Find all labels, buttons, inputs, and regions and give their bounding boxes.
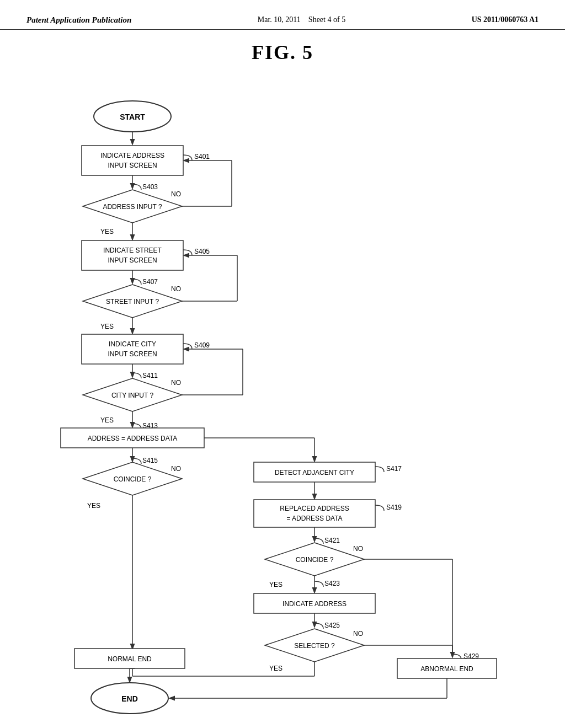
svg-rect-31 — [254, 500, 375, 527]
s421-yes: YES — [269, 581, 282, 588]
s419-line1: REPLACED ADDRESS — [280, 505, 349, 512]
s409-ref: S409 — [194, 341, 210, 349]
s415-label: COINCIDE ? — [114, 475, 152, 483]
s409-line1: INDICATE CITY — [109, 340, 156, 348]
s409-line2: INPUT SCREEN — [108, 350, 157, 358]
s417-ref: S417 — [386, 465, 402, 473]
svg-rect-2 — [82, 146, 183, 175]
s401-line2: INPUT SCREEN — [108, 162, 157, 169]
s421-no: NO — [353, 545, 363, 553]
s405-line2: INPUT SCREEN — [108, 256, 157, 264]
s423-label: INDICATE ADDRESS — [282, 600, 347, 608]
s407-label: STREET INPUT ? — [106, 298, 159, 306]
header-patent-number: US 2011/0060763 A1 — [472, 15, 539, 24]
flowchart-diagram: START INDICATE ADDRESS INPUT SCREEN S401… — [0, 69, 565, 728]
s411-label: CITY INPUT ? — [111, 392, 154, 399]
end-label: END — [121, 694, 138, 703]
start-label: START — [120, 113, 145, 121]
s407-ref: S407 — [142, 278, 158, 286]
s401-ref: S401 — [194, 153, 210, 160]
s423-ref: S423 — [324, 580, 340, 587]
s425-no: NO — [353, 630, 363, 638]
s407-no: NO — [171, 285, 181, 293]
s419-line2: = ADDRESS DATA — [286, 515, 342, 522]
s403-yes: YES — [100, 228, 114, 235]
s411-no: NO — [171, 379, 181, 387]
s405-ref: S405 — [194, 248, 210, 255]
s411-ref: S411 — [142, 372, 158, 379]
s421-label: COINCIDE ? — [296, 556, 334, 564]
s425-label: SELECTED ? — [294, 642, 335, 650]
s411-yes: YES — [100, 416, 114, 424]
svg-rect-9 — [82, 240, 183, 270]
s415-yes: YES — [87, 502, 100, 510]
s419-ref: S419 — [386, 504, 402, 511]
s403-label: ADDRESS INPUT ? — [103, 203, 162, 211]
figure-title: FIG. 5 — [0, 41, 565, 64]
s421-ref: S421 — [324, 537, 340, 544]
s425-yes: YES — [269, 665, 282, 672]
s405-line1: INDICATE STREET — [103, 247, 162, 254]
s403-no: NO — [171, 190, 181, 198]
header-date-sheet: Mar. 10, 2011 Sheet 4 of 5 — [258, 15, 345, 24]
s401-line1: INDICATE ADDRESS — [100, 152, 164, 159]
s415-ref: S415 — [142, 457, 158, 464]
s407-yes: YES — [100, 323, 114, 330]
s403-ref: S403 — [142, 183, 158, 191]
s417-label: DETECT ADJACENT CITY — [275, 469, 354, 477]
page-header: Patent Application Publication Mar. 10, … — [0, 0, 565, 30]
header-publication-type: Patent Application Publication — [26, 15, 131, 25]
s429-label: ABNORMAL END — [420, 665, 473, 673]
svg-rect-16 — [82, 334, 183, 364]
s413-label: ADDRESS = ADDRESS DATA — [88, 435, 178, 442]
s415-no: NO — [171, 465, 181, 473]
s427-label: NORMAL END — [108, 655, 152, 663]
s425-ref: S425 — [324, 622, 340, 629]
